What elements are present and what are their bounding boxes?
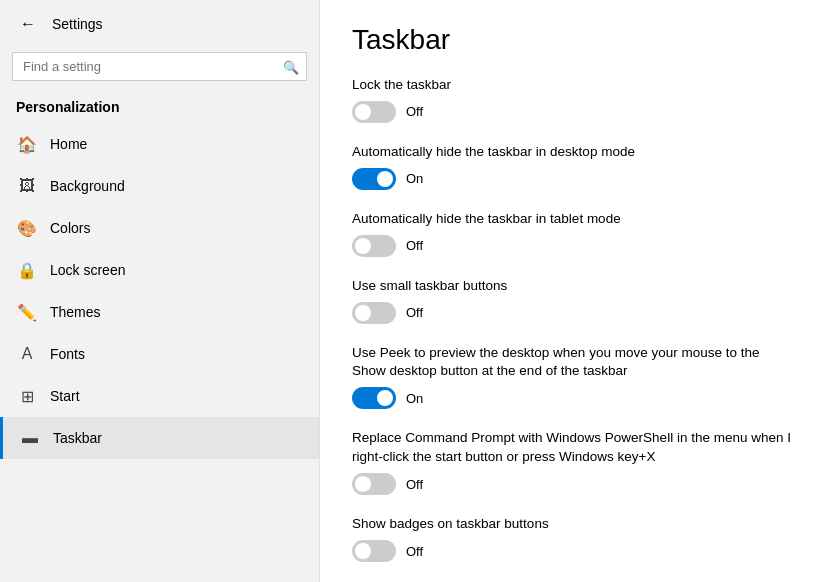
toggle-small-buttons[interactable] xyxy=(352,302,396,324)
sidebar-item-label-fonts: Fonts xyxy=(50,346,85,362)
toggle-knob-small-buttons xyxy=(355,305,371,321)
setting-label-lock-taskbar: Lock the taskbar xyxy=(352,76,792,95)
setting-label-auto-hide-tablet: Automatically hide the taskbar in tablet… xyxy=(352,210,792,229)
toggle-status-auto-hide-tablet: Off xyxy=(406,238,423,253)
toggle-auto-hide-desktop[interactable] xyxy=(352,168,396,190)
settings-list: Lock the taskbarOffAutomatically hide th… xyxy=(352,76,792,562)
search-box-container: 🔍 xyxy=(12,52,307,81)
start-icon: ⊞ xyxy=(16,385,38,407)
sidebar-item-home[interactable]: 🏠Home xyxy=(0,123,319,165)
themes-icon: ✏️ xyxy=(16,301,38,323)
setting-auto-hide-tablet: Automatically hide the taskbar in tablet… xyxy=(352,210,792,257)
toggle-row-auto-hide-tablet: Off xyxy=(352,235,792,257)
toggle-status-badges: Off xyxy=(406,544,423,559)
setting-powershell: Replace Command Prompt with Windows Powe… xyxy=(352,429,792,495)
setting-auto-hide-desktop: Automatically hide the taskbar in deskto… xyxy=(352,143,792,190)
toggle-row-badges: Off xyxy=(352,540,792,562)
toggle-knob-auto-hide-desktop xyxy=(377,171,393,187)
setting-label-small-buttons: Use small taskbar buttons xyxy=(352,277,792,296)
sidebar-item-label-lock-screen: Lock screen xyxy=(50,262,125,278)
setting-label-badges: Show badges on taskbar buttons xyxy=(352,515,792,534)
page-title: Taskbar xyxy=(352,24,792,56)
home-icon: 🏠 xyxy=(16,133,38,155)
taskbar-icon: ▬ xyxy=(19,427,41,449)
setting-label-peek: Use Peek to preview the desktop when you… xyxy=(352,344,792,382)
toggle-knob-peek xyxy=(377,390,393,406)
setting-label-powershell: Replace Command Prompt with Windows Powe… xyxy=(352,429,792,467)
toggle-lock-taskbar[interactable] xyxy=(352,101,396,123)
toggle-status-auto-hide-desktop: On xyxy=(406,171,423,186)
search-icon: 🔍 xyxy=(283,59,299,74)
toggle-row-small-buttons: Off xyxy=(352,302,792,324)
toggle-row-lock-taskbar: Off xyxy=(352,101,792,123)
setting-lock-taskbar: Lock the taskbarOff xyxy=(352,76,792,123)
toggle-knob-powershell xyxy=(355,476,371,492)
toggle-row-powershell: Off xyxy=(352,473,792,495)
sidebar-item-start[interactable]: ⊞Start xyxy=(0,375,319,417)
toggle-status-powershell: Off xyxy=(406,477,423,492)
toggle-status-peek: On xyxy=(406,391,423,406)
sidebar-item-label-taskbar: Taskbar xyxy=(53,430,102,446)
sidebar-item-fonts[interactable]: AFonts xyxy=(0,333,319,375)
sidebar-title: Settings xyxy=(52,16,103,32)
sidebar-header: ← Settings xyxy=(0,0,319,48)
nav-list: 🏠Home🖼Background🎨Colors🔒Lock screen✏️The… xyxy=(0,123,319,459)
back-button[interactable]: ← xyxy=(16,11,40,37)
fonts-icon: A xyxy=(16,343,38,365)
main-content: Taskbar Lock the taskbarOffAutomatically… xyxy=(320,0,824,582)
toggle-knob-badges xyxy=(355,543,371,559)
section-label: Personalization xyxy=(0,89,319,123)
sidebar-item-label-background: Background xyxy=(50,178,125,194)
toggle-peek[interactable] xyxy=(352,387,396,409)
toggle-status-lock-taskbar: Off xyxy=(406,104,423,119)
search-input[interactable] xyxy=(12,52,307,81)
toggle-status-small-buttons: Off xyxy=(406,305,423,320)
toggle-badges[interactable] xyxy=(352,540,396,562)
setting-label-auto-hide-desktop: Automatically hide the taskbar in deskto… xyxy=(352,143,792,162)
setting-small-buttons: Use small taskbar buttonsOff xyxy=(352,277,792,324)
back-icon: ← xyxy=(20,15,36,33)
sidebar-item-themes[interactable]: ✏️Themes xyxy=(0,291,319,333)
sidebar-item-lock-screen[interactable]: 🔒Lock screen xyxy=(0,249,319,291)
sidebar-item-taskbar[interactable]: ▬Taskbar xyxy=(0,417,319,459)
sidebar-item-label-start: Start xyxy=(50,388,80,404)
sidebar: ← Settings 🔍 Personalization 🏠Home🖼Backg… xyxy=(0,0,320,582)
sidebar-item-colors[interactable]: 🎨Colors xyxy=(0,207,319,249)
lock-screen-icon: 🔒 xyxy=(16,259,38,281)
setting-badges: Show badges on taskbar buttonsOff xyxy=(352,515,792,562)
colors-icon: 🎨 xyxy=(16,217,38,239)
sidebar-item-label-home: Home xyxy=(50,136,87,152)
setting-peek: Use Peek to preview the desktop when you… xyxy=(352,344,792,410)
toggle-knob-lock-taskbar xyxy=(355,104,371,120)
toggle-row-auto-hide-desktop: On xyxy=(352,168,792,190)
toggle-powershell[interactable] xyxy=(352,473,396,495)
sidebar-item-background[interactable]: 🖼Background xyxy=(0,165,319,207)
toggle-auto-hide-tablet[interactable] xyxy=(352,235,396,257)
sidebar-item-label-colors: Colors xyxy=(50,220,90,236)
toggle-row-peek: On xyxy=(352,387,792,409)
sidebar-item-label-themes: Themes xyxy=(50,304,101,320)
background-icon: 🖼 xyxy=(16,175,38,197)
toggle-knob-auto-hide-tablet xyxy=(355,238,371,254)
